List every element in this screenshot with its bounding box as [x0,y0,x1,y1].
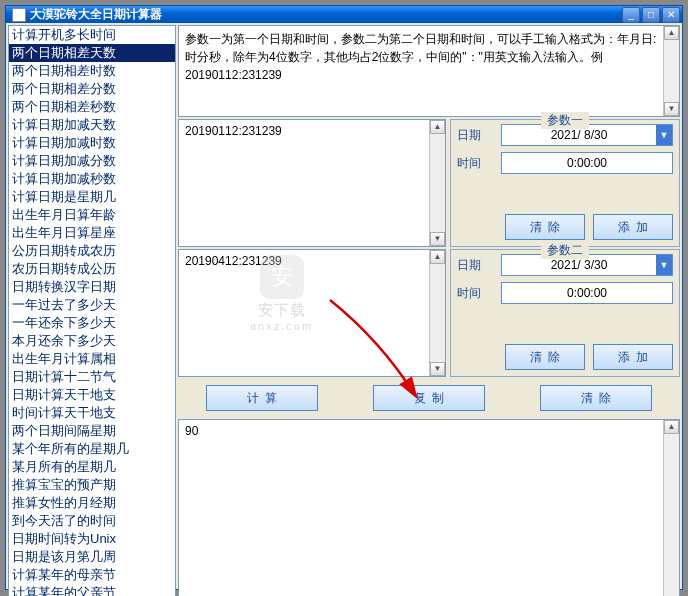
minimize-button[interactable]: _ [622,7,640,23]
scroll-up-icon[interactable]: ▲ [664,26,679,40]
sidebar-item[interactable]: 时间计算天干地支 [9,404,175,422]
instruction-text: 参数一为第一个日期和时间，参数二为第二个日期和时间，可以手工输入格式为：年月日:… [179,26,663,116]
param2-title: 参数二 [541,242,589,259]
param2-group: 参数二 日期 2021/ 3/30 ▼ 时间 0:00:00 [450,249,680,377]
sidebar-item[interactable]: 公历日期转成农历 [9,242,175,260]
sidebar-item[interactable]: 某个年所有的星期几 [9,440,175,458]
scrollbar[interactable]: ▲ ▼ [663,26,679,116]
sidebar-item[interactable]: 本月还余下多少天 [9,332,175,350]
maximize-button[interactable]: □ [642,7,660,23]
sidebar-item[interactable]: 两个日期相差分数 [9,80,175,98]
param2-clear-button[interactable]: 清除 [505,344,585,370]
param1-title: 参数一 [541,112,589,129]
param1-time-label: 时间 [457,155,493,172]
sidebar-item[interactable]: 日期转换汉字日期 [9,278,175,296]
calculate-button[interactable]: 计算 [206,385,318,411]
sidebar-item[interactable]: 日期是该月第几周 [9,548,175,566]
scrollbar[interactable]: ▲▼ [429,120,445,246]
sidebar-item[interactable]: 两个日期相差时数 [9,62,175,80]
scroll-down-icon[interactable]: ▼ [664,102,679,116]
window-title: 大漠驼铃大全日期计算器 [30,6,622,23]
sidebar-item[interactable]: 出生年月日算年龄 [9,206,175,224]
sidebar-item[interactable]: 推算女性的月经期 [9,494,175,512]
sidebar-item[interactable]: 一年还余下多少天 [9,314,175,332]
param2-text[interactable]: 20190412:231239 [179,250,429,376]
param1-clear-button[interactable]: 清除 [505,214,585,240]
sidebar-item[interactable]: 到今天活了的时间 [9,512,175,530]
param1-group: 参数一 日期 2021/ 8/30 ▼ 时间 0:00:00 [450,119,680,247]
sidebar-item[interactable]: 计算某年的母亲节 [9,566,175,584]
sidebar-item[interactable]: 计算日期加减天数 [9,116,175,134]
sidebar-item[interactable]: 日期时间转为Unix [9,530,175,548]
close-button[interactable]: ✕ [662,7,680,23]
action-row: 计算 复制 清除 [178,379,680,417]
instruction-area: 参数一为第一个日期和时间，参数二为第二个日期和时间，可以手工输入格式为：年月日:… [178,25,680,117]
sidebar-item[interactable]: 日期计算十二节气 [9,368,175,386]
copy-button[interactable]: 复制 [373,385,485,411]
result-text[interactable]: 90 [179,420,663,596]
sidebar-item[interactable]: 两个日期相差秒数 [9,98,175,116]
function-list[interactable]: 计算开机多长时间两个日期相差天数两个日期相差时数两个日期相差分数两个日期相差秒数… [9,26,175,596]
param2-time-field[interactable]: 0:00:00 [501,282,673,304]
sidebar-item[interactable]: 农历日期转成公历 [9,260,175,278]
chevron-down-icon[interactable]: ▼ [656,255,672,275]
param1-text-area[interactable]: 20190112:231239 ▲▼ [178,119,446,247]
scrollbar[interactable]: ▲▼ [429,250,445,376]
scrollbar[interactable]: ▲▼ [663,420,679,596]
param1-time-field[interactable]: 0:00:00 [501,152,673,174]
param2-text-area[interactable]: 20190412:231239 ▲▼ [178,249,446,377]
sidebar-item[interactable]: 两个日期相差天数 [9,44,175,62]
sidebar-item[interactable]: 推算宝宝的预产期 [9,476,175,494]
app-window: 大漠驼铃大全日期计算器 _ □ ✕ 计算开机多长时间两个日期相差天数两个日期相差… [5,5,683,590]
param2-add-button[interactable]: 添加 [593,344,673,370]
param2-time-label: 时间 [457,285,493,302]
param1-date-label: 日期 [457,127,493,144]
sidebar-item[interactable]: 计算某年的父亲节 [9,584,175,596]
param1-text[interactable]: 20190112:231239 [179,120,429,246]
sidebar-item[interactable]: 计算日期是星期几 [9,188,175,206]
sidebar-item[interactable]: 计算日期加减秒数 [9,170,175,188]
sidebar-item[interactable]: 日期计算天干地支 [9,386,175,404]
client-area: 计算开机多长时间两个日期相差天数两个日期相差时数两个日期相差分数两个日期相差秒数… [6,23,682,596]
sidebar-item[interactable]: 一年过去了多少天 [9,296,175,314]
sidebar-item[interactable]: 计算日期加减分数 [9,152,175,170]
titlebar[interactable]: 大漠驼铃大全日期计算器 _ □ ✕ [6,6,682,23]
sidebar-item[interactable]: 计算日期加减时数 [9,134,175,152]
sidebar-item[interactable]: 两个日期间隔星期 [9,422,175,440]
param2-date-label: 日期 [457,257,493,274]
sidebar-item[interactable]: 某月所有的星期几 [9,458,175,476]
app-icon [12,8,26,22]
clear-all-button[interactable]: 清除 [540,385,652,411]
sidebar-item[interactable]: 计算开机多长时间 [9,26,175,44]
param1-add-button[interactable]: 添加 [593,214,673,240]
chevron-down-icon[interactable]: ▼ [656,125,672,145]
result-area: 90 ▲▼ [178,419,680,596]
function-sidebar: 计算开机多长时间两个日期相差天数两个日期相差时数两个日期相差分数两个日期相差秒数… [8,25,176,596]
sidebar-item[interactable]: 出生年月计算属相 [9,350,175,368]
sidebar-item[interactable]: 出生年月日算星座 [9,224,175,242]
